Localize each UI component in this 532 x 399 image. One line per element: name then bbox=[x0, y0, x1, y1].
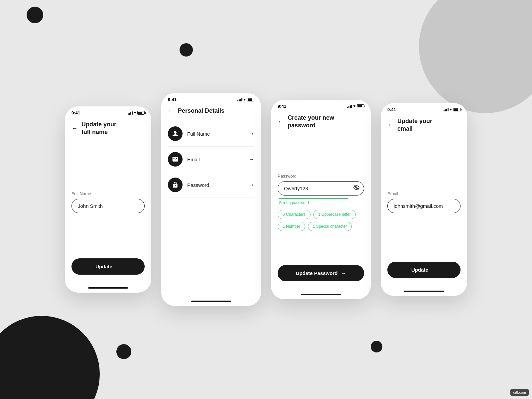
battery-icon-4 bbox=[453, 108, 461, 111]
phone-personal-details: 9:41 ▾ ← Personal Details bbox=[161, 93, 261, 306]
password-field-group: Password Strong password 6 Characters bbox=[278, 174, 364, 231]
nav-header-2: ← Personal Details bbox=[161, 104, 261, 118]
decorative-dot-top-left bbox=[27, 7, 43, 23]
signal-icon-4 bbox=[444, 108, 449, 111]
decorative-dot-bottom bbox=[116, 344, 131, 359]
phone4-content: Email Update → bbox=[381, 136, 467, 288]
req-chip-upper: 1 Uppercase letter bbox=[313, 210, 356, 219]
menu-item-password-left: Password bbox=[168, 178, 209, 192]
email-label: Email bbox=[187, 157, 200, 162]
signal-icon-3 bbox=[347, 105, 352, 108]
back-button-2[interactable]: ← bbox=[168, 107, 174, 114]
wifi-icon-2: ▾ bbox=[244, 97, 246, 102]
battery-icon-1 bbox=[137, 111, 145, 115]
nav-header-4: ← Update your email bbox=[381, 114, 467, 136]
req-chip-number: 1 Number bbox=[278, 222, 305, 231]
status-time-2: 9:41 bbox=[168, 97, 177, 102]
requirement-chips: 6 Characters 1 Uppercase letter 1 Number… bbox=[278, 210, 364, 231]
nav-header-1: ← Update your full name bbox=[65, 117, 151, 140]
toggle-password-icon[interactable] bbox=[353, 185, 359, 192]
status-bar-2: 9:41 ▾ bbox=[161, 93, 261, 104]
menu-list: Full Name → Email → bbox=[161, 118, 261, 201]
strength-bar bbox=[279, 198, 348, 199]
status-bar-4: 9:41 ▾ bbox=[381, 103, 467, 114]
email-field-group: Email bbox=[387, 191, 461, 213]
page-title-1: Update your full name bbox=[81, 121, 116, 136]
full-name-label: Full Name bbox=[71, 191, 145, 196]
user-icon bbox=[168, 126, 183, 141]
phone-new-password: 9:41 ▾ ← Create your new pass bbox=[271, 100, 371, 299]
fullname-label: Full Name bbox=[187, 131, 210, 137]
menu-item-fullname[interactable]: Full Name → bbox=[168, 121, 254, 147]
status-time-1: 9:41 bbox=[71, 110, 80, 115]
menu-item-fullname-left: Full Name bbox=[168, 126, 210, 141]
req-chip-chars: 6 Characters bbox=[278, 210, 311, 219]
password-label: Password bbox=[187, 182, 209, 188]
email-field-label: Email bbox=[387, 191, 461, 196]
battery-icon-3 bbox=[357, 104, 364, 108]
status-bar-3: 9:41 ▾ bbox=[271, 100, 371, 111]
status-time-4: 9:41 bbox=[387, 107, 396, 112]
watermark: ui8.com bbox=[510, 389, 529, 396]
wifi-icon-4: ▾ bbox=[450, 107, 452, 112]
phones-container: 9:41 ▾ ← Update your full nam bbox=[65, 93, 467, 306]
decorative-shape-bottom-left bbox=[0, 316, 100, 399]
email-arrow: → bbox=[248, 156, 254, 163]
full-name-field-group: Full Name bbox=[71, 191, 145, 213]
password-field-label: Password bbox=[278, 174, 364, 179]
password-icon bbox=[168, 178, 183, 192]
status-time-3: 9:41 bbox=[278, 104, 286, 109]
status-icons-4: ▾ bbox=[444, 107, 461, 112]
status-icons-1: ▾ bbox=[128, 111, 145, 115]
wifi-icon-3: ▾ bbox=[353, 104, 355, 108]
battery-icon-2 bbox=[247, 98, 254, 101]
status-bar-1: 9:41 ▾ bbox=[65, 106, 151, 117]
status-icons-3: ▾ bbox=[347, 104, 364, 108]
phone-update-email: 9:41 ▾ ← Update your email bbox=[381, 103, 467, 296]
nav-header-3: ← Create your new password bbox=[271, 111, 371, 133]
password-input-wrapper bbox=[278, 181, 364, 196]
signal-icon-1 bbox=[128, 111, 133, 115]
update-name-button[interactable]: Update → bbox=[71, 258, 145, 275]
decorative-dot-right bbox=[371, 341, 382, 352]
page-title-4: Update your email bbox=[397, 117, 432, 133]
back-button-3[interactable]: ← bbox=[278, 118, 284, 125]
password-arrow: → bbox=[248, 182, 254, 189]
phone-update-name: 9:41 ▾ ← Update your full nam bbox=[65, 106, 151, 293]
req-chip-special: 1 Special character bbox=[308, 222, 352, 231]
email-icon bbox=[168, 152, 183, 167]
fullname-arrow: → bbox=[248, 130, 254, 137]
home-indicator-1 bbox=[88, 287, 128, 289]
signal-icon-2 bbox=[237, 98, 242, 101]
menu-item-password[interactable]: Password → bbox=[168, 172, 254, 198]
home-indicator-2 bbox=[191, 301, 231, 302]
page-title-3: Create your new password bbox=[288, 114, 334, 130]
full-name-input[interactable] bbox=[71, 199, 145, 213]
menu-item-email-left: Email bbox=[168, 152, 200, 167]
update-password-button[interactable]: Update Password → bbox=[278, 265, 364, 281]
phone1-content: Full Name Update → bbox=[65, 140, 151, 285]
phone3-content: Password Strong password 6 Characters bbox=[271, 133, 371, 291]
strength-label: Strong password bbox=[279, 200, 364, 205]
menu-item-email[interactable]: Email → bbox=[168, 147, 254, 172]
email-input[interactable] bbox=[387, 199, 461, 213]
page-title-2: Personal Details bbox=[178, 107, 224, 114]
wifi-icon-1: ▾ bbox=[134, 111, 136, 115]
home-indicator-3 bbox=[301, 294, 341, 295]
home-indicator-4 bbox=[404, 291, 444, 292]
back-button-1[interactable]: ← bbox=[71, 125, 77, 132]
password-input[interactable] bbox=[278, 181, 364, 196]
status-icons-2: ▾ bbox=[237, 97, 254, 102]
back-button-4[interactable]: ← bbox=[387, 122, 393, 129]
update-email-button[interactable]: Update → bbox=[387, 262, 461, 278]
decorative-dot-mid bbox=[180, 43, 193, 57]
